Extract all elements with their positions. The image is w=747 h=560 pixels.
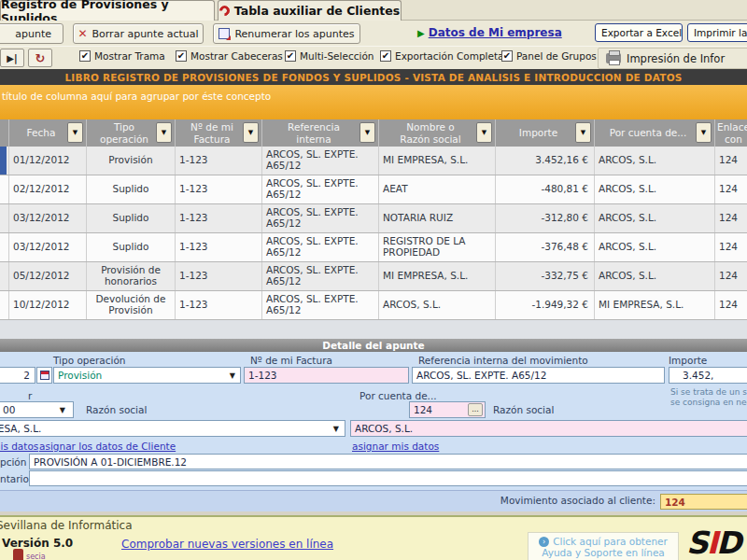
column-header-por-cuenta[interactable]: Por cuenta de... ▼ bbox=[595, 119, 715, 147]
checkbox-mostrar-cabeceras[interactable]: ✔ Mostrar Cabeceras bbox=[176, 50, 283, 62]
view-title: LIBRO REGISTRO DE PROVISIONES DE FONDOS … bbox=[64, 72, 682, 83]
cell-enlace: 124 bbox=[715, 204, 747, 232]
label-cliente-fragment: r bbox=[28, 390, 32, 401]
table-row[interactable]: 03/12/2012 Suplido 1-123 ARCOS, SL. EXPT… bbox=[0, 233, 747, 262]
cell-importe: -312,80 € bbox=[496, 204, 595, 232]
calendar-button[interactable] bbox=[36, 367, 52, 384]
print-reports-button[interactable]: Impresión de Infor bbox=[598, 48, 747, 69]
filter-dropdown-icon[interactable]: ▼ bbox=[476, 122, 492, 143]
razon-social-select[interactable]: MI EMPRESA, S.L. ▼ bbox=[0, 420, 345, 437]
filter-dropdown-icon[interactable]: ▼ bbox=[696, 122, 712, 143]
company-data-link[interactable]: ▶ Datos de Mi empresa bbox=[417, 26, 562, 39]
help-arrow-icon: › bbox=[539, 537, 549, 547]
filter-dropdown-icon[interactable]: ▼ bbox=[575, 122, 591, 143]
cell-enlace: 124 bbox=[715, 291, 747, 319]
new-entry-button[interactable]: apunte bbox=[0, 23, 63, 44]
green-arrow-icon: ▶ bbox=[417, 28, 425, 38]
cell-factura: 1-123 bbox=[176, 291, 262, 319]
view-title-banner: LIBRO REGISTRO DE PROVISIONES DE FONDOS … bbox=[0, 69, 747, 85]
label-referencia-interna: Referencia interna del movimiento bbox=[418, 355, 588, 366]
renumber-icon bbox=[218, 28, 230, 39]
group-by-panel[interactable]: título de columna aquí para agrupar por … bbox=[0, 85, 747, 119]
asignar-mis-datos-link-right[interactable]: asignar mis datos bbox=[352, 441, 439, 452]
column-header-num-factura[interactable]: Nº de mi Factura ▼ bbox=[176, 119, 262, 147]
num-factura-input[interactable]: 1-123 bbox=[244, 367, 409, 384]
column-header-tipo-operacion[interactable]: Tipo operación ▼ bbox=[87, 119, 176, 147]
app-window: Registro de Provisiones y Suplidos Tabla… bbox=[0, 0, 747, 560]
asignar-datos-cliente-link[interactable]: asignar los datos de Cliente bbox=[39, 441, 176, 452]
delete-entry-button[interactable]: ✕ Borrar apunte actual bbox=[73, 23, 204, 44]
table-row[interactable]: 10/12/2012 Devolución de Provisión 1-123… bbox=[0, 291, 747, 320]
label-movimiento-asociado: Movimiento asociado al cliente: bbox=[448, 495, 655, 506]
cell-factura: 1-123 bbox=[176, 147, 262, 175]
asignar-mis-datos-link-left[interactable]: asignar mis datos bbox=[0, 441, 38, 452]
por-cuenta-codigo-input[interactable]: 124 ... bbox=[409, 401, 486, 418]
options-toolbar: ▶| ↻ ✔ Mostrar Trama ✔ Mostrar Cabeceras… bbox=[0, 46, 747, 69]
delete-x-icon: ✕ bbox=[78, 27, 87, 40]
movimiento-asociado-input[interactable]: 124 bbox=[660, 494, 747, 510]
lookup-ellipsis-button[interactable]: ... bbox=[468, 403, 483, 416]
cell-fecha: 03/12/2012 bbox=[9, 204, 87, 232]
cell-referencia: ARCOS, SL. EXPTE. A65/12 bbox=[262, 262, 379, 290]
refresh-button[interactable]: ↻ bbox=[28, 49, 52, 67]
descripcion-input[interactable]: PROVISIÓN A 01-DICIEMBRE.12 bbox=[29, 454, 747, 469]
detail-section-header: Detalle del apunte bbox=[0, 339, 747, 352]
checkbox-multi-seleccion[interactable]: ✔ Multi-Selección bbox=[285, 50, 374, 62]
tab-bar: Registro de Provisiones y Suplidos Tabla… bbox=[0, 0, 747, 21]
column-header-nombre[interactable]: Nombre o Razón social ▼ bbox=[379, 119, 496, 147]
print-view-button[interactable]: Imprimir la vi bbox=[687, 23, 747, 42]
table-row[interactable]: 03/12/2012 Suplido 1-123 ARCOS, SL. EXPT… bbox=[0, 204, 747, 233]
table-row[interactable]: 02/12/2012 Suplido 1-123 ARCOS, SL. EXPT… bbox=[0, 175, 747, 204]
checkbox-panel-de-grupos[interactable]: ✔ Panel de Grupos bbox=[501, 50, 597, 62]
cell-factura: 1-123 bbox=[176, 233, 262, 261]
refresh-icon: ↻ bbox=[35, 51, 46, 65]
check-updates-link[interactable]: Comprobar nuevas versiones en línea bbox=[121, 538, 333, 551]
cell-importe: -480,81 € bbox=[496, 175, 595, 203]
label-por-cuenta: Por cuenta de... bbox=[359, 390, 437, 401]
cell-nombre: MI EMPRESA, S.L. bbox=[379, 262, 496, 290]
go-last-record-button[interactable]: ▶| bbox=[0, 49, 24, 67]
label-descripcion-fragment: pción bbox=[0, 456, 26, 468]
column-header-fecha[interactable]: Fecha ▼ bbox=[9, 119, 87, 147]
comentario-input[interactable] bbox=[29, 470, 747, 486]
tab-registro-provisiones[interactable]: Registro de Provisiones y Suplidos bbox=[0, 0, 215, 21]
table-row[interactable]: 05/12/2012 Provisión de honorarios 1-123… bbox=[0, 262, 747, 291]
help-support-box[interactable]: › Click aquí para obtener Ayuda y Soport… bbox=[528, 532, 679, 560]
table-header: Fecha ▼ Tipo operación ▼ Nº de mi Factur… bbox=[0, 119, 747, 147]
filter-dropdown-icon[interactable]: ▼ bbox=[67, 122, 83, 143]
cell-por-cuenta: ARCOS, S.L. bbox=[595, 233, 715, 261]
cell-nombre: ARCOS, S.L. bbox=[379, 291, 496, 319]
column-header-importe[interactable]: Importe ▼ bbox=[496, 119, 595, 147]
row-selected-indicator bbox=[0, 147, 9, 175]
checkbox-mostrar-trama[interactable]: ✔ Mostrar Trama bbox=[79, 50, 165, 62]
checkbox-exportacion-completa[interactable]: ✔ Exportación Completa bbox=[380, 50, 504, 62]
table-row[interactable]: 01/12/2012 Provisión 1-123 ARCOS, SL. EX… bbox=[0, 147, 747, 175]
label-tipo-operacion: Tipo operación bbox=[53, 355, 126, 366]
cell-fecha: 05/12/2012 bbox=[9, 262, 87, 290]
cell-tipo: Provisión de honorarios bbox=[87, 262, 176, 290]
renumber-entries-button[interactable]: Renumerar los apuntes bbox=[213, 23, 360, 44]
filter-dropdown-icon[interactable]: ▼ bbox=[156, 122, 172, 143]
fine-print: secia bbox=[26, 553, 46, 560]
checkbox-checked-icon: ✔ bbox=[176, 50, 187, 62]
label-importe: Importe bbox=[669, 355, 707, 366]
cell-tipo: Provisión bbox=[87, 147, 176, 175]
label-comentario-fragment: ntario bbox=[0, 473, 26, 484]
sid-logo: SID bbox=[686, 525, 740, 560]
referencia-input[interactable]: ARCOS, SL. EXPTE. A65/12 bbox=[412, 367, 665, 384]
filter-dropdown-icon[interactable]: ▼ bbox=[359, 122, 375, 143]
tipo-operacion-select[interactable]: Provisión ▼ bbox=[53, 367, 241, 384]
fecha-input[interactable]: 2 bbox=[0, 367, 35, 384]
por-cuenta-razon-input[interactable]: ARCOS, S.L. bbox=[350, 420, 747, 437]
column-header-referencia[interactable]: Referencia interna ▼ bbox=[262, 119, 379, 147]
export-excel-button[interactable]: Exportar a Excel bbox=[595, 23, 683, 42]
filter-dropdown-icon[interactable]: ▼ bbox=[243, 122, 259, 143]
label-razon-social-1: Razón social bbox=[86, 404, 147, 415]
column-header-enlace[interactable]: Enlace con bbox=[715, 119, 747, 147]
cell-fecha: 02/12/2012 bbox=[9, 175, 87, 203]
cell-enlace: 124 bbox=[715, 175, 747, 203]
logo-fragment bbox=[13, 549, 23, 560]
importe-input[interactable]: 3.452, bbox=[669, 367, 747, 384]
cuenta-contable-select[interactable]: 00 ▼ bbox=[0, 401, 74, 418]
tab-tabla-clientes[interactable]: Tabla auxiliar de Clientes bbox=[218, 0, 402, 21]
